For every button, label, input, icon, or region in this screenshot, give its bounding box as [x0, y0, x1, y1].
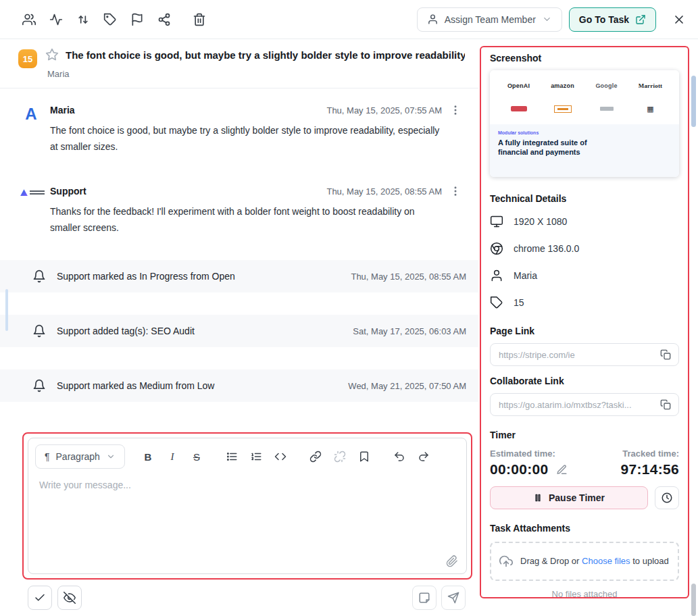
editor-toolbar: ¶ Paragraph B I S: [28, 438, 466, 471]
logo-mark-icon: [600, 107, 614, 111]
conversation-scrollbar-thumb[interactable]: [5, 289, 8, 331]
attachments-dropzone[interactable]: Drag & Drop or Choose files to upload: [490, 542, 679, 581]
priority-sort-button[interactable]: [72, 9, 94, 30]
bold-button[interactable]: B: [137, 446, 159, 467]
task-header: 15 The font choice is good, but maybe tr…: [0, 39, 478, 88]
conversation-column: 15 The font choice is good, but maybe tr…: [0, 39, 478, 616]
choose-files-link[interactable]: Choose files: [582, 556, 630, 566]
attach-file-button[interactable]: [446, 555, 458, 567]
paragraph-label: Paragraph: [56, 451, 100, 462]
undo-button[interactable]: [389, 446, 410, 467]
internal-note-visibility-button[interactable]: [57, 586, 82, 610]
flag-button[interactable]: [126, 9, 148, 30]
comment-author: Support: [50, 186, 86, 197]
comment-list: A Maria Thu, May 15, 2025, 07:55 AM The …: [0, 88, 478, 242]
screenshot-eyebrow: Modular solutions: [498, 130, 671, 135]
copy-icon: [660, 399, 671, 410]
page-link-input[interactable]: [499, 350, 654, 360]
message-editor: ¶ Paragraph B I S: [28, 438, 467, 574]
tag-icon: [103, 13, 117, 26]
redo-button[interactable]: [413, 446, 434, 467]
activity-row: Support marked as Medium from Low Wed, M…: [0, 369, 478, 402]
collaborate-link-input[interactable]: [499, 400, 654, 410]
task-action-icons: [18, 9, 210, 30]
screenshot-thumbnail[interactable]: OpenAI amazon Google Marriott ▦ Modular …: [490, 70, 679, 177]
tracked-time-label: Tracked time:: [622, 448, 679, 459]
copy-page-link-button[interactable]: [657, 346, 674, 363]
workflow-button[interactable]: [153, 9, 175, 30]
person-icon: [427, 14, 439, 25]
comment-timestamp: Thu, May 15, 2025, 08:55 AM: [326, 186, 442, 197]
pause-timer-button[interactable]: Pause Timer: [490, 486, 648, 509]
no-files-text: No files attached: [490, 589, 679, 599]
close-panel-button[interactable]: [668, 9, 690, 30]
bookmark-icon: [358, 451, 370, 463]
comment-item: A Maria Thu, May 15, 2025, 07:55 AM The …: [0, 95, 478, 161]
tag-button[interactable]: [99, 9, 121, 30]
page-link-heading: Page Link: [490, 326, 679, 336]
unlink-button[interactable]: [329, 446, 351, 467]
task-number-value: 15: [514, 297, 524, 308]
note-button[interactable]: [412, 586, 437, 610]
pause-icon: [533, 493, 543, 503]
sidebar-scrollbar-thumb[interactable]: [691, 76, 696, 127]
dropzone-suffix: to upload: [632, 556, 669, 566]
link-icon: [309, 451, 322, 463]
estimated-time-label: Estimated time:: [490, 448, 555, 459]
numbered-list-icon: [250, 451, 262, 463]
go-to-task-button[interactable]: Go To Task: [569, 7, 656, 32]
screenshot-caption: A fully integrated suite of financial an…: [498, 138, 587, 157]
bookmark-button[interactable]: [353, 446, 375, 467]
bullet-list-icon: [226, 451, 238, 463]
activity-button[interactable]: [45, 9, 67, 30]
topbar-actions: Assign Team Member Go To Task: [417, 7, 690, 32]
reporter-row: Maria: [490, 262, 679, 289]
resolve-button[interactable]: [28, 586, 52, 610]
strikethrough-button[interactable]: S: [186, 446, 207, 467]
check-icon: [34, 592, 46, 604]
assign-team-member-button[interactable]: Assign Team Member: [417, 7, 562, 32]
link-button[interactable]: [305, 446, 326, 467]
time-log-button[interactable]: [655, 486, 679, 509]
page-scrollbar-thumb[interactable]: [691, 584, 696, 616]
activity-timestamp: Wed, May 21, 2025, 07:50 AM: [348, 381, 466, 391]
assign-users-button[interactable]: [18, 9, 40, 30]
numbered-list-button[interactable]: [245, 446, 267, 467]
sort-arrows-icon: [76, 13, 90, 26]
star-icon[interactable]: [45, 48, 59, 61]
comment-menu-button[interactable]: [449, 184, 462, 198]
edit-estimated-time-button[interactable]: [556, 464, 568, 476]
send-button[interactable]: [441, 586, 466, 610]
comment-menu-button[interactable]: [449, 103, 462, 117]
activity-row: Support added tag(s): SEO Audit Sat, May…: [0, 315, 478, 347]
logo-mark-icon: [511, 106, 527, 111]
delete-task-button[interactable]: [189, 9, 210, 30]
more-vertical-icon: [449, 185, 462, 197]
activity-timestamp: Sat, May 17, 2025, 06:03 AM: [353, 326, 466, 336]
activity-timestamp: Thu, May 15, 2025, 08:55 AM: [351, 272, 466, 282]
paragraph-style-dropdown[interactable]: ¶ Paragraph: [35, 444, 125, 469]
tracked-time-value: 97:14:56: [621, 461, 679, 478]
logo-mark-icon: ▦: [647, 105, 653, 113]
activity-text: Support marked as Medium from Low: [57, 380, 214, 391]
sticky-note-icon: [418, 592, 430, 604]
logo-openai: OpenAI: [507, 82, 530, 89]
task-detail-panel: Assign Team Member Go To Task 15 The fon…: [0, 0, 698, 616]
code-button[interactable]: [270, 446, 291, 467]
go-to-task-label: Go To Task: [579, 14, 629, 25]
italic-button[interactable]: I: [161, 446, 183, 467]
collaborate-link-field: [490, 393, 679, 416]
monitor-icon: [490, 215, 503, 228]
task-number-row: 15: [490, 289, 679, 316]
chevron-down-icon: [106, 452, 116, 461]
editor-body: [28, 471, 466, 573]
bullet-list-button[interactable]: [221, 446, 243, 467]
browser-row: chrome 136.0.0: [490, 235, 679, 262]
editor-actions: [0, 586, 478, 613]
flag-icon: [130, 13, 144, 26]
copy-collaborate-link-button[interactable]: [657, 396, 674, 413]
tag-icon: [490, 296, 503, 309]
task-author: Maria: [47, 69, 465, 79]
message-input[interactable]: [28, 471, 466, 573]
comment-text: The font choice is good, but maybe try a…: [50, 122, 462, 155]
